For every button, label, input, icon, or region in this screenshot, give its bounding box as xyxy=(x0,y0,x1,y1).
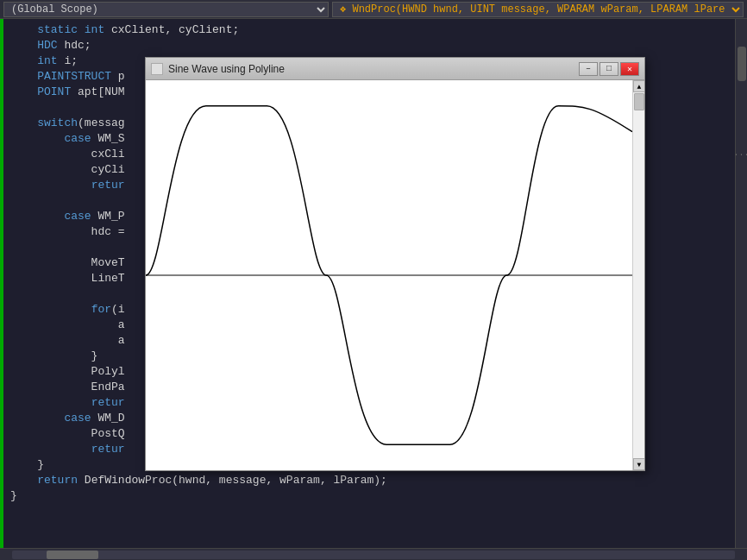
vertical-scrollbar[interactable]: ··· xyxy=(735,19,747,548)
float-content xyxy=(146,80,632,470)
code-area: static int cxClient, cyClient; HDC hdc; … xyxy=(0,19,747,548)
window-icon xyxy=(151,63,163,75)
horizontal-scrollbar[interactable] xyxy=(12,551,735,559)
sine-wave-svg xyxy=(146,80,632,470)
code-line: return DefWindowProc(hwnd, message, wPar… xyxy=(10,473,728,488)
close-button[interactable]: ✕ xyxy=(620,62,639,76)
scroll-thumb[interactable] xyxy=(634,93,644,110)
minimize-button[interactable]: – xyxy=(579,62,598,76)
float-inner: ▲ ▼ xyxy=(146,80,644,470)
bottom-bar xyxy=(0,548,747,560)
scrollbar-dots: ··· xyxy=(734,150,748,160)
ide-container: (Global Scope) ❖ WndProc(HWND hwnd, UINT… xyxy=(0,0,747,560)
code-line: static int cxClient, cyClient; xyxy=(10,22,728,38)
scroll-up-button[interactable]: ▲ xyxy=(633,80,644,92)
scrollbar-thumb[interactable] xyxy=(738,47,746,81)
h-scrollbar-thumb[interactable] xyxy=(47,551,98,559)
func-dropdown[interactable]: ❖ WndProc(HWND hwnd, UINT message, WPARA… xyxy=(332,2,744,17)
scope-dropdown[interactable]: (Global Scope) xyxy=(3,2,329,17)
float-window: Sine Wave using Polyline – □ ✕ ▲ xyxy=(145,57,645,471)
float-vertical-scrollbar[interactable]: ▲ ▼ xyxy=(632,80,644,470)
scroll-down-button[interactable]: ▼ xyxy=(633,458,644,470)
float-title-bar: Sine Wave using Polyline – □ ✕ xyxy=(146,58,644,80)
top-bar: (Global Scope) ❖ WndProc(HWND hwnd, UINT… xyxy=(0,0,747,19)
scroll-track xyxy=(633,92,644,458)
float-title: Sine Wave using Polyline xyxy=(168,63,577,75)
code-line: HDC hdc; xyxy=(10,38,728,53)
maximize-button[interactable]: □ xyxy=(599,62,618,76)
code-line: } xyxy=(10,488,728,504)
